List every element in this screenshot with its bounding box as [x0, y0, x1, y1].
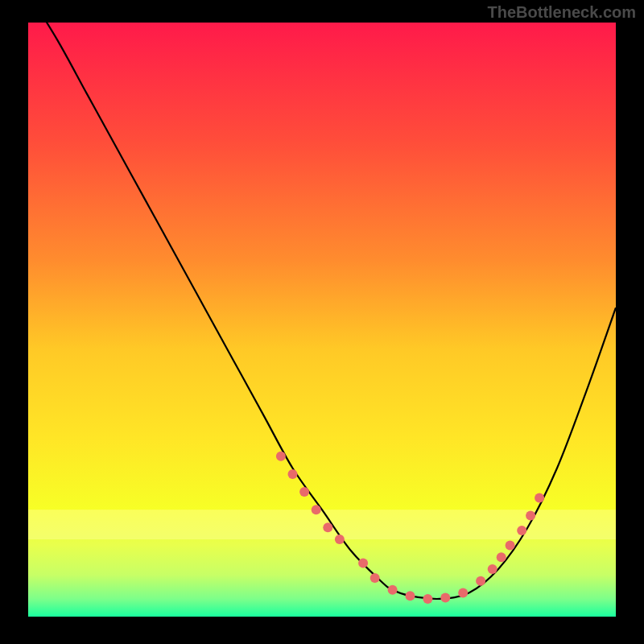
svg-point-13	[440, 592, 450, 602]
svg-point-11	[406, 591, 415, 601]
svg-point-7	[335, 535, 345, 544]
svg-point-6	[323, 522, 332, 532]
svg-point-17	[497, 552, 506, 562]
svg-point-21	[535, 493, 544, 502]
watermark-text: TheBottleneck.com	[488, 3, 636, 22]
svg-point-18	[506, 540, 515, 550]
svg-point-10	[388, 585, 398, 595]
plot-area	[28, 23, 616, 617]
svg-point-20	[526, 511, 535, 521]
svg-point-8	[358, 559, 368, 568]
svg-point-3	[288, 469, 298, 479]
svg-point-14	[458, 588, 468, 598]
svg-point-15	[476, 576, 485, 586]
chart-svg	[28, 23, 616, 617]
svg-point-4	[299, 487, 309, 497]
svg-point-12	[423, 594, 432, 604]
svg-point-16	[488, 564, 497, 574]
svg-point-9	[370, 573, 380, 583]
svg-point-2	[276, 452, 286, 461]
svg-point-19	[517, 526, 526, 535]
svg-point-5	[312, 505, 321, 514]
chart-container: TheBottleneck.com	[0, 0, 644, 644]
